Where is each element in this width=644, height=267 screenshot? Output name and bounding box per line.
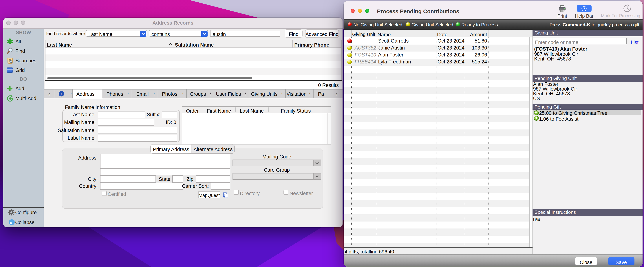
svg-text:?: ? (583, 6, 585, 10)
